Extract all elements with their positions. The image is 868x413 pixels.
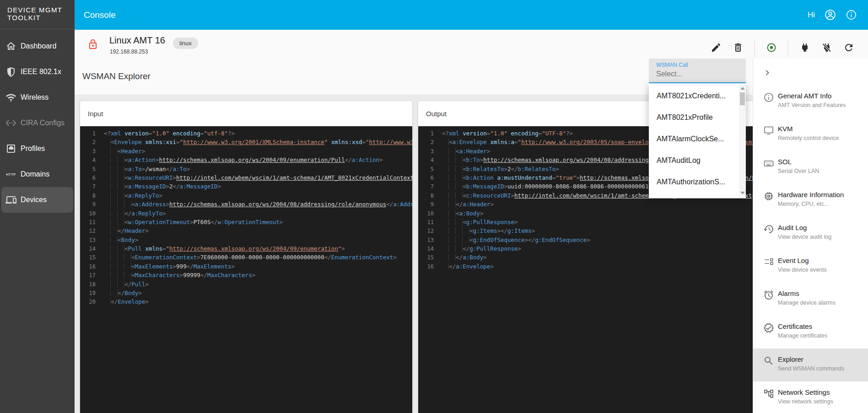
wsman-call-option[interactable]: AMTAlarmClockSe...	[649, 128, 739, 150]
line-number: 3	[80, 147, 96, 156]
code-line: 19 </Body>	[80, 289, 412, 297]
code-line: 10 </a:ReplyTo>	[80, 209, 412, 218]
line-number: 1	[80, 129, 96, 138]
wsman-call-option-list: AMT8021xCredenti...AMT8021xProfileAMTAla…	[649, 83, 739, 198]
sidebar-item-label: CIRA Configs	[21, 119, 65, 127]
panel-item-event-log[interactable]: Event LogView device events	[753, 250, 868, 283]
code-line: 5 <a:To>/wsman</a:To>	[80, 165, 412, 173]
device-actions-list: General AMT InfoAMT Version and Features…	[753, 85, 868, 413]
ethernet-icon	[5, 118, 16, 129]
app-screen: DEVICE MGMT TOOLKIT DashboardIEEE 802.1x…	[0, 0, 868, 413]
code-line: 18 </Pull>	[80, 280, 412, 289]
sidebar-item-wireless[interactable]: Wireless	[1, 85, 73, 110]
panel-item-audit-log[interactable]: Audit LogView device audit log	[753, 217, 868, 250]
keyboard-icon	[763, 158, 774, 168]
sidebar-item-profiles[interactable]: Profiles	[1, 136, 73, 161]
panel-item-general-amt-info[interactable]: General AMT InfoAMT Version and Features	[753, 85, 868, 118]
plug-icon	[799, 42, 810, 54]
panel-item-sol[interactable]: SOLSerial Over LAN	[753, 151, 868, 184]
sidebar-nav: DashboardIEEE 802.1xWirelessCIRA Configs…	[0, 29, 75, 213]
line-number: 11	[418, 218, 434, 227]
device-status-button[interactable]	[766, 43, 777, 54]
panel-item-subtitle: AMT Version and Features	[778, 102, 846, 109]
toolbar-divider	[788, 39, 788, 57]
line-number: 16	[80, 263, 96, 271]
sidebar-item-cira-configs[interactable]: CIRA Configs	[1, 110, 73, 136]
scrollbar-thumb[interactable]	[740, 92, 745, 105]
code-line: 16 <MaxElements>999</MaxElements>	[80, 262, 412, 271]
line-number: 10	[80, 209, 96, 218]
network-tree-icon	[763, 388, 774, 399]
avatar-icon[interactable]	[824, 9, 836, 21]
delete-button[interactable]	[733, 43, 744, 54]
code-line: 10 <a:Body>	[418, 209, 753, 218]
line-number: 10	[418, 209, 434, 218]
code-line: 14 </g:PullResponse>	[418, 244, 753, 253]
line-number: 9	[80, 200, 96, 209]
disconnect-button[interactable]	[821, 43, 832, 54]
line-number: 8	[80, 192, 96, 200]
edit-button[interactable]	[711, 43, 722, 54]
sidebar-item-domains[interactable]: HTTPDomains	[1, 161, 73, 187]
top-app-bar: Console Hi	[75, 0, 868, 30]
sidebar-item-devices[interactable]: Devices	[1, 187, 73, 213]
wsman-call-dropdown: AMT8021xCredenti...AMT8021xProfileAMTAla…	[649, 83, 746, 198]
code-line: 15 </a:Body>	[418, 253, 753, 262]
profiles-card-icon	[5, 143, 16, 154]
line-number: 2	[418, 138, 434, 147]
input-code-editor[interactable]: 1<?xml version="1.0" encoding="utf-8"?>2…	[80, 126, 412, 413]
code-line: 1<?xml version="1.0" encoding="utf-8"?>	[80, 129, 412, 138]
line-number: 14	[418, 245, 434, 253]
code-line: 20 </Envelope>	[80, 297, 412, 306]
panel-item-network-settings[interactable]: Network SettingsView network settings	[753, 381, 868, 413]
code-line: 12 <g:Items></g:Items>	[418, 226, 753, 235]
panel-item-hardware-information[interactable]: Hardware InformationMemory, CPU, etc...	[753, 184, 868, 217]
wsman-call-option[interactable]: AMTAuditLog	[649, 150, 739, 171]
scrollbar-down-arrow-icon[interactable]	[740, 192, 745, 194]
page-title: WSMAN Explorer	[82, 71, 151, 81]
about-info-icon[interactable]	[846, 9, 857, 21]
line-number: 17	[80, 271, 96, 280]
code-line: 11 <g:PullResponse>	[418, 218, 753, 226]
panel-item-title: SOL	[778, 157, 819, 166]
dropdown-scrollbar[interactable]	[739, 83, 746, 198]
panel-item-explorer[interactable]: ExplorerSend WSMAN commands	[753, 349, 868, 381]
connect-button[interactable]	[799, 43, 810, 54]
line-number: 2	[80, 138, 96, 147]
line-number: 5	[418, 165, 434, 174]
panel-item-certificates[interactable]: CertificatesManage certificates	[753, 316, 868, 349]
panel-item-subtitle: Manage certificates	[778, 332, 827, 340]
sidebar-item-label: IEEE 802.1x	[21, 68, 61, 76]
wsman-call-option[interactable]: AMT8021xProfile	[649, 107, 739, 128]
code-line: 16 </a:Envelope>	[418, 262, 753, 271]
collapse-panel-button[interactable]	[762, 67, 773, 78]
http-badge-icon: HTTP	[5, 169, 16, 180]
line-number: 4	[418, 156, 434, 165]
panel-item-subtitle: View device audit log	[778, 233, 831, 241]
more-options-button[interactable]	[865, 43, 868, 54]
panel-item-alarms[interactable]: AlarmsManage device alarms	[753, 283, 868, 316]
line-number: 8	[418, 192, 434, 200]
panel-item-subtitle: Serial Over LAN	[778, 167, 819, 175]
line-number: 11	[80, 218, 96, 227]
chevron-right-icon	[762, 67, 773, 78]
line-number: 20	[80, 298, 96, 306]
line-number: 12	[418, 227, 434, 236]
device-ip: 192.168.88.253	[110, 48, 148, 55]
code-line: 3 <Header>	[80, 147, 412, 156]
sidebar-item-dashboard[interactable]: Dashboard	[1, 33, 73, 59]
wsman-call-option[interactable]: AMT8021xCredenti...	[649, 85, 739, 107]
scrollbar-up-arrow-icon[interactable]	[740, 87, 745, 90]
panel-item-kvm[interactable]: KVMRemotely control device	[753, 118, 868, 151]
code-line: 11 <w:OperationTimeout>PT60S</w:Operatio…	[80, 218, 412, 226]
device-tag-chip: linux	[173, 38, 198, 49]
code-line: 8 <a:ReplyTo>	[80, 191, 412, 200]
line-number: 15	[80, 253, 96, 262]
sidebar-item-ieee-802-1x[interactable]: IEEE 802.1x	[1, 59, 73, 85]
wsman-call-option[interactable]: AMTAuthorizationS...	[649, 171, 739, 193]
wsman-call-select[interactable]: WSMAN Call Select...	[649, 59, 746, 83]
sidebar-item-label: Dashboard	[21, 42, 56, 50]
line-number: 7	[80, 182, 96, 191]
refresh-button[interactable]	[843, 43, 854, 54]
input-panel: Input 1<?xml version="1.0" encoding="utf…	[80, 101, 412, 413]
